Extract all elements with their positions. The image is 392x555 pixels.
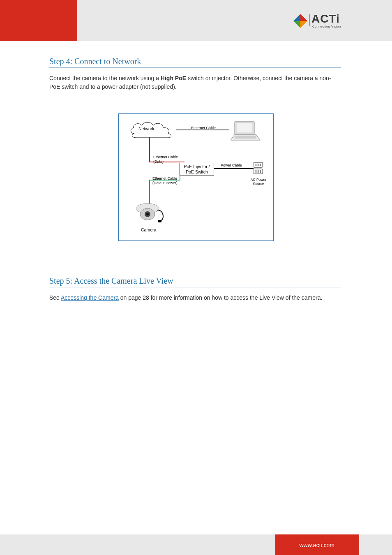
text: Ethernet Cable: [153, 155, 178, 159]
step5-paragraph: See Accessing the Camera on page 28 for …: [49, 294, 341, 302]
text: AC Power: [251, 178, 266, 182]
svg-rect-15: [258, 170, 258, 173]
step5-heading: Step 5: Access the Camera Live View: [49, 276, 173, 286]
acti-logo-icon: [293, 13, 308, 29]
svg-rect-8: [235, 136, 256, 139]
logo-text: ACTi: [311, 12, 340, 25]
eth-data-line-vertical: [149, 137, 150, 162]
text: (Data): [153, 160, 164, 164]
svg-marker-3: [293, 21, 300, 28]
footer-url[interactable]: www.acti.com: [299, 542, 334, 548]
text: for more information on how to access th…: [149, 294, 323, 301]
page-number-ref: 28: [143, 294, 149, 301]
eth-data-power-label: Ethernet Cable (Data + Power): [152, 176, 178, 185]
svg-rect-14: [256, 170, 256, 173]
svg-rect-16: [260, 170, 261, 173]
svg-rect-11: [258, 164, 258, 166]
text: Connect the camera to the network using …: [49, 75, 161, 81]
svg-rect-12: [260, 164, 261, 166]
ac-power-outlet-icon: [254, 162, 263, 174]
eth-cable-label-top: Ethernet Cable: [191, 126, 216, 130]
eth-dp-line-vertical: [149, 180, 150, 205]
high-poe-emphasis: High PoE: [161, 75, 186, 81]
svg-rect-21: [158, 220, 161, 222]
network-label: Network: [138, 126, 154, 131]
page-header: ACTi Connecting Vision: [0, 0, 392, 41]
text: Ethernet Cable: [152, 176, 177, 180]
step4-heading: Step 4: Connect to Network: [49, 57, 141, 66]
laptop-icon: [229, 120, 262, 143]
page-footer: www.acti.com: [0, 534, 392, 555]
logo-divider: [309, 14, 310, 26]
camera-label: Camera: [141, 227, 156, 232]
poe-injector-switch-box: PoE Injector / PoE Switch: [180, 163, 214, 176]
step5-rule: [49, 287, 341, 287]
step4-paragraph: Connect the camera to the network using …: [49, 74, 341, 91]
text: Source: [253, 182, 264, 186]
eth-data-label: Ethernet Cable (Data): [153, 155, 178, 164]
svg-marker-1: [300, 14, 307, 21]
text: on page: [119, 294, 143, 301]
accessing-camera-link[interactable]: Accessing the Camera: [61, 294, 119, 301]
text: (Data + Power): [152, 181, 178, 185]
text: PoE Switch: [186, 169, 208, 174]
acti-logo: ACTi Connecting Vision: [293, 12, 350, 30]
ac-power-source-label: AC Power Source: [249, 178, 267, 186]
text: See: [49, 294, 61, 301]
power-cable-label: Power Cable: [221, 163, 242, 167]
svg-marker-0: [293, 14, 300, 21]
text: PoE Injector /: [184, 164, 210, 169]
svg-marker-2: [300, 21, 307, 28]
header-accent-block: [0, 0, 77, 41]
logo-tagline: Connecting Vision: [312, 25, 341, 28]
power-cable-line: [214, 168, 254, 169]
network-diagram: Network Ethernet Cable Ethernet Cable (D…: [118, 113, 274, 241]
step4-rule: [49, 67, 341, 68]
svg-point-20: [146, 213, 149, 215]
svg-rect-10: [256, 164, 256, 166]
svg-rect-6: [236, 123, 253, 133]
camera-icon: [134, 202, 166, 223]
